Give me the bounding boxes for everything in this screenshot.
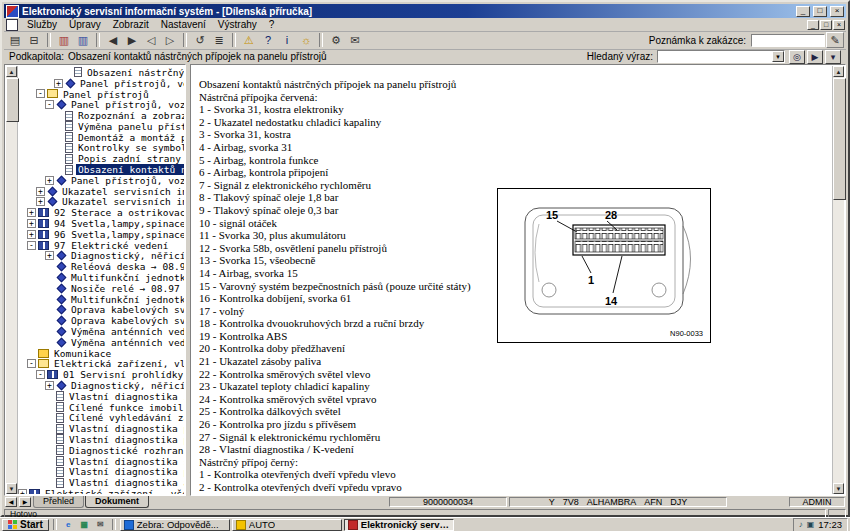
search-button[interactable]: ◎	[789, 50, 805, 64]
tray-display-icon[interactable]: ▣	[807, 521, 815, 529]
menu-item-zobrazit[interactable]: Zobrazit	[107, 19, 155, 31]
tree-item[interactable]: Cílené vyhledávání záva	[18, 413, 184, 424]
tree-item[interactable]: Kontrolky se symbol	[18, 143, 184, 154]
minimize-button[interactable]: _	[796, 6, 810, 17]
tree-item[interactable]: Vlastní diagnostika imo	[18, 391, 184, 402]
tree-item[interactable]: Rozpoznání a zobraz	[18, 110, 184, 121]
tray-volume-icon[interactable]: ♪	[799, 521, 803, 529]
mdi-close-button[interactable]: ×	[833, 20, 845, 30]
tree-item[interactable]: -Panel přístrojů, vozi	[18, 99, 184, 110]
scroll-up-icon[interactable]: ▲	[6, 66, 17, 77]
scroll-up-icon[interactable]: ▲	[833, 66, 844, 77]
tab-prehled[interactable]: Přehled	[33, 496, 84, 508]
tree-expander-plus-icon[interactable]: +	[36, 187, 45, 196]
quick-launch-mail-button[interactable]: ✉	[93, 519, 108, 531]
tab-scroll-left-icon[interactable]: ◀	[5, 497, 17, 507]
scroll-down-icon[interactable]: ▼	[833, 483, 844, 494]
menu-item-help[interactable]: ?	[263, 19, 281, 31]
settings-button[interactable]: ⚙	[327, 32, 345, 48]
mdi-minimize-button[interactable]: _	[807, 20, 819, 30]
taskbar-task-elektronicky-servisni[interactable]: Elektronický servisní...	[344, 519, 454, 531]
document-scrollbar-thumb[interactable]	[833, 78, 846, 200]
menu-item-vystrahy[interactable]: Výstrahy	[212, 19, 263, 31]
tree-scrollbar[interactable]: ▲ ▼	[6, 66, 18, 494]
tree-expander-minus-icon[interactable]: -	[45, 100, 54, 109]
maximize-button[interactable]: □	[813, 6, 827, 17]
tree-item[interactable]: Popis zadní strany	[18, 153, 184, 164]
tree-item[interactable]: Vlastní diagnostika pan	[18, 466, 184, 477]
tree-item[interactable]: +Panel přístrojů, vozi	[18, 175, 184, 186]
back-button[interactable]: ◀	[104, 32, 122, 48]
tree-item[interactable]: Cílené funkce imobiliz	[18, 402, 184, 413]
tree-item[interactable]: +Diagnostický, něřicí a	[18, 380, 184, 391]
close-button[interactable]: ×	[830, 6, 844, 17]
tree-item[interactable]: Oprava kabelových svazk	[18, 315, 184, 326]
tree-item[interactable]: Reléová deska → 08.97	[18, 261, 184, 272]
tree-item[interactable]: +Ukazatel servisních int	[18, 186, 184, 197]
new-document-button[interactable]: ▤	[6, 32, 24, 48]
menu-item-upravy[interactable]: Úpravy	[63, 19, 107, 31]
tree-item[interactable]: Vlastní diagnostika svě	[18, 456, 184, 467]
scroll-down-icon[interactable]: ▼	[6, 483, 17, 494]
search-term-combobox[interactable]: ▼	[657, 50, 785, 63]
mdi-restore-button[interactable]: □	[820, 20, 832, 30]
tree-item[interactable]: Vlastní diagnostika pan	[18, 423, 184, 434]
quick-launch-browser-button[interactable]: e	[61, 519, 76, 531]
tree-item[interactable]: Výměna anténních vedení	[18, 337, 184, 348]
history-button[interactable]: ↺	[191, 32, 209, 48]
hints-button[interactable]: ☼	[297, 32, 315, 48]
tree-item[interactable]: Multifunkční jednotka (	[18, 294, 184, 305]
quick-launch-desktop-button[interactable]: ▦	[77, 519, 92, 531]
print-button[interactable]: ⊟	[25, 32, 43, 48]
manual-blue-button[interactable]: ▥	[74, 32, 92, 48]
tree-item[interactable]: Oprava kabelových svazk	[18, 305, 184, 316]
tree-item[interactable]: -Elektrická zařízení, vlastn	[18, 359, 184, 370]
menu-item-sluzby[interactable]: Služby	[21, 19, 63, 31]
tree-expander-minus-icon[interactable]: -	[27, 241, 36, 250]
order-note-input[interactable]	[751, 34, 825, 47]
tree-item[interactable]: Obsazení nástrčných	[18, 67, 184, 78]
tree-item[interactable]: Obsazení kontaktů n	[18, 164, 184, 175]
tree-item[interactable]: Komunikace	[18, 348, 184, 359]
tree-expander-plus-icon[interactable]: +	[27, 219, 36, 228]
order-note-edit-button[interactable]: ✎	[826, 32, 844, 48]
tree-item[interactable]: -97 Elektrické vedení	[18, 240, 184, 251]
menu-item-nastaveni[interactable]: Nastavení	[155, 19, 212, 31]
tab-dokument[interactable]: Dokument	[85, 496, 149, 508]
mail-button[interactable]: ✉	[346, 32, 364, 48]
tree-expander-plus-icon[interactable]: +	[45, 251, 54, 260]
previous-document-button[interactable]: ◁	[142, 32, 160, 48]
tree-expander-plus-icon[interactable]: +	[45, 176, 54, 185]
tree-item[interactable]: Multifunkční jednotka (	[18, 272, 184, 283]
tree-item[interactable]: +94 Svetla,lampy,spinace-v	[18, 218, 184, 229]
tree-item[interactable]: Vlastní diagnostika pan	[18, 434, 184, 445]
tree-expander-minus-icon[interactable]: -	[36, 370, 45, 379]
tab-scroll-right-icon[interactable]: ▶	[19, 497, 31, 507]
tree-item[interactable]: +96 Svetla,lampy,spinace-v	[18, 229, 184, 240]
tree-item[interactable]: Demontáž a montáž p	[18, 132, 184, 143]
taskbar-task-zebra-odpovede[interactable]: Zebra: Odpovědě...	[120, 519, 230, 531]
next-document-button[interactable]: ▷	[161, 32, 179, 48]
tree-item[interactable]: Nosiče relé → 08.97	[18, 283, 184, 294]
contents-button[interactable]: ≣	[210, 32, 228, 48]
tree-item[interactable]: +92 Sterace a ostrikovace	[18, 207, 184, 218]
warning-button[interactable]: ⚠	[240, 32, 258, 48]
tree-expander-plus-icon[interactable]: +	[27, 230, 36, 239]
tree-expander-plus-icon[interactable]: +	[54, 79, 63, 88]
start-button[interactable]: Start	[2, 519, 49, 531]
tree-expander-minus-icon[interactable]: -	[27, 359, 36, 368]
tree-item[interactable]: +Elektrické zařízení - všeo	[18, 488, 184, 494]
tree-item[interactable]: +Panel přístrojů, vozi	[18, 78, 184, 89]
tree-item[interactable]: +Ukazatel servisních int	[18, 197, 184, 208]
tree-item[interactable]: Výměna panelu příst	[18, 121, 184, 132]
tree-expander-plus-icon[interactable]: +	[18, 489, 27, 494]
info-button[interactable]: i	[278, 32, 296, 48]
taskbar-task-auto[interactable]: AUTO	[232, 519, 342, 531]
document-scrollbar[interactable]: ▲ ▼	[832, 66, 844, 494]
tree-item[interactable]: Výměna anténních vedení	[18, 326, 184, 337]
search-next-button[interactable]: ▶	[807, 50, 823, 64]
tree-expander-plus-icon[interactable]: +	[36, 197, 45, 206]
tree-item[interactable]: -Panel přístrojů	[18, 89, 184, 100]
chevron-down-icon[interactable]: ▼	[772, 51, 784, 62]
tree-item[interactable]: +Diagnostický, něřicí a	[18, 251, 184, 262]
